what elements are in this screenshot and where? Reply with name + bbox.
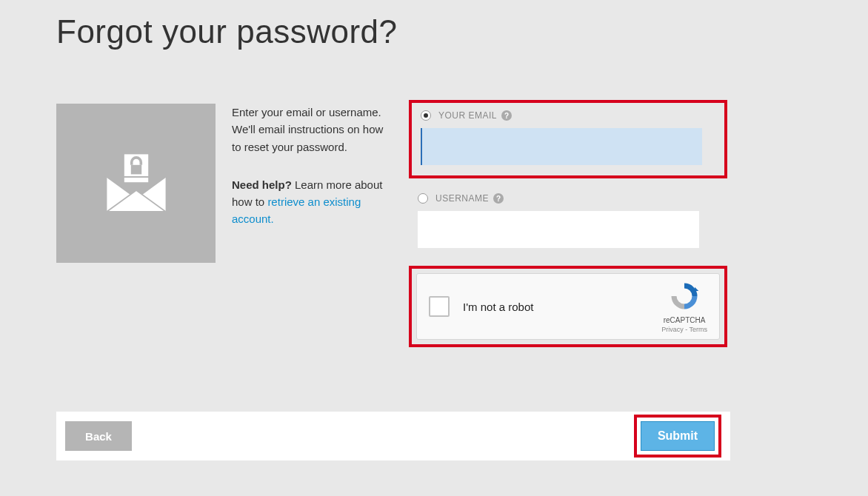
email-label: YOUR EMAIL xyxy=(438,110,497,121)
email-radio[interactable] xyxy=(421,110,431,121)
username-label-row[interactable]: USERNAME ? xyxy=(418,193,718,204)
help-icon[interactable]: ? xyxy=(493,193,504,204)
recaptcha-container: I'm not a robot reCAPTCHA Privacy - Term… xyxy=(409,266,727,347)
back-button[interactable]: Back xyxy=(65,421,132,451)
lock-envelope-icon xyxy=(56,104,216,263)
svg-marker-5 xyxy=(695,286,698,290)
recaptcha-privacy-link[interactable]: Privacy xyxy=(661,326,684,333)
submit-highlight: Submit xyxy=(634,415,721,458)
recaptcha-terms-link[interactable]: Terms xyxy=(690,326,708,333)
username-radio[interactable] xyxy=(418,193,428,204)
recaptcha-links: Privacy - Terms xyxy=(661,326,707,333)
need-help-paragraph: Need help? Learn more about how to retri… xyxy=(232,176,395,228)
help-text-block: Enter your email or username. We'll emai… xyxy=(232,104,395,263)
page-title: Forgot your password? xyxy=(56,13,398,50)
username-input[interactable] xyxy=(418,211,699,248)
help-icon[interactable]: ? xyxy=(501,110,512,121)
recaptcha-box: I'm not a robot reCAPTCHA Privacy - Term… xyxy=(416,273,720,340)
form-column: YOUR EMAIL ? USERNAME ? I'm not a robot xyxy=(409,100,727,347)
svg-rect-1 xyxy=(130,164,141,174)
email-field-group: YOUR EMAIL ? xyxy=(409,100,727,178)
email-input[interactable] xyxy=(421,128,702,165)
instructions-text: Enter your email or username. We'll emai… xyxy=(232,104,395,155)
recaptcha-icon xyxy=(669,281,700,312)
button-bar: Back Submit xyxy=(56,412,730,460)
recaptcha-checkbox[interactable] xyxy=(429,296,450,317)
recaptcha-branding: reCAPTCHA Privacy - Terms xyxy=(661,281,707,333)
recaptcha-brand: reCAPTCHA xyxy=(661,316,707,324)
recaptcha-text: I'm not a robot xyxy=(463,301,533,313)
username-field-group: USERNAME ? xyxy=(409,186,727,258)
submit-button[interactable]: Submit xyxy=(641,421,715,451)
email-label-row[interactable]: YOUR EMAIL ? xyxy=(421,110,715,121)
username-label: USERNAME xyxy=(435,193,489,204)
need-help-label: Need help? xyxy=(232,178,292,191)
